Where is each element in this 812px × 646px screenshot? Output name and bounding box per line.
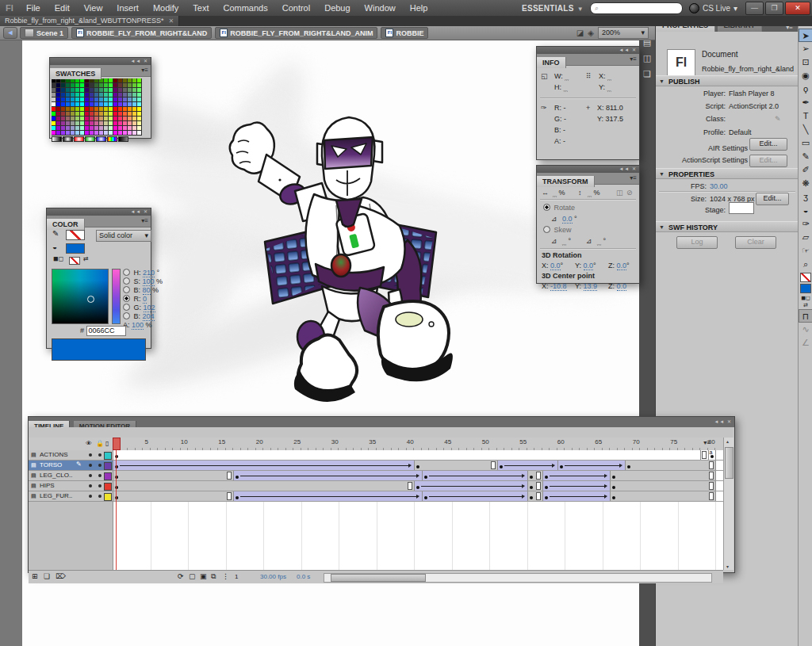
menu-help[interactable]: Help bbox=[403, 0, 435, 16]
c3d-x[interactable]: -10.8 bbox=[550, 282, 567, 291]
paint-bucket-tool[interactable]: ◒ bbox=[799, 204, 812, 217]
layer-lock-dot[interactable] bbox=[98, 484, 102, 487]
close-button[interactable]: ✕ bbox=[785, 2, 810, 15]
vertical-scroll-thumb[interactable] bbox=[725, 447, 733, 479]
menu-file[interactable]: File bbox=[19, 0, 48, 16]
layer-row-leg-fur-[interactable]: ▤LEG_FUR.. bbox=[29, 491, 113, 502]
panel-menu-icon[interactable]: ▾≡ bbox=[630, 55, 637, 63]
robot-character-artwork[interactable] bbox=[220, 107, 466, 408]
color-type-select[interactable]: Solid color▾ bbox=[96, 230, 151, 242]
tween-frame-span[interactable] bbox=[234, 491, 423, 501]
fill-color-icon[interactable]: ◒ bbox=[52, 243, 57, 251]
components-icon[interactable]: ❏ bbox=[641, 67, 653, 80]
menu-control[interactable]: Control bbox=[275, 0, 317, 16]
layer-visibility-dot[interactable] bbox=[89, 464, 92, 467]
text-tool[interactable]: T bbox=[799, 109, 812, 123]
panel-titlebar[interactable]: ◄◄ ✕ bbox=[50, 58, 151, 65]
color-field-value[interactable]: 210 bbox=[143, 269, 155, 277]
eraser-tool[interactable]: ▱ bbox=[799, 231, 812, 244]
registration-grid-icon[interactable]: ⠿ bbox=[586, 72, 592, 80]
motion-presets-icon[interactable]: ◫ bbox=[641, 52, 653, 64]
selection-tool[interactable]: ➤ bbox=[799, 29, 812, 42]
back-button[interactable]: ◄ bbox=[3, 27, 17, 39]
panel-menu-icon[interactable]: ▾≡ bbox=[141, 217, 148, 224]
close-tab-icon[interactable]: ✕ bbox=[168, 17, 174, 25]
gradient-swatch[interactable] bbox=[74, 136, 84, 142]
edit-symbol-icon[interactable]: ◈ bbox=[588, 29, 594, 37]
layer-row-actions[interactable]: ▤ACTIONS bbox=[29, 450, 113, 461]
layer-track[interactable]: a bbox=[113, 450, 724, 461]
hue-slider[interactable] bbox=[112, 269, 121, 324]
tween-frame-span[interactable] bbox=[423, 491, 528, 501]
color-field-radio[interactable] bbox=[123, 295, 130, 302]
rot3d-x[interactable]: 0.0 bbox=[550, 262, 561, 270]
hex-color-input[interactable]: 0066CC bbox=[86, 326, 126, 336]
layer-row-torso[interactable]: ▤TORSO✎ bbox=[29, 461, 113, 471]
horizontal-scrollbar[interactable] bbox=[324, 573, 712, 583]
stroke-color-swatch[interactable] bbox=[800, 273, 811, 282]
saturation-brightness-picker[interactable] bbox=[52, 269, 109, 324]
panel-menu-icon[interactable]: ▾≡ bbox=[141, 67, 148, 74]
scroll-up-icon[interactable]: ▴ bbox=[726, 438, 729, 444]
subselection-tool[interactable]: ➢ bbox=[799, 42, 812, 55]
swap-colors-icon[interactable]: ⇄ bbox=[83, 255, 89, 262]
static-frame-span[interactable] bbox=[113, 491, 234, 501]
zoom-level-select[interactable]: 200%▾ bbox=[598, 27, 649, 39]
clear-button[interactable]: Clear bbox=[735, 236, 776, 249]
horizontal-scroll-thumb[interactable] bbox=[331, 574, 426, 582]
layer-outline-color[interactable] bbox=[104, 462, 112, 470]
static-frame-span[interactable] bbox=[415, 461, 498, 470]
static-frame-span[interactable] bbox=[611, 481, 716, 491]
panel-titlebar[interactable]: ◄◄ ✕ bbox=[537, 47, 639, 54]
no-color-icon[interactable] bbox=[69, 257, 80, 265]
log-button[interactable]: Log bbox=[676, 236, 718, 249]
static-frame-span[interactable] bbox=[611, 471, 716, 480]
brush-tool[interactable]: ✐ bbox=[799, 163, 812, 177]
layer-visibility-dot[interactable] bbox=[89, 484, 92, 487]
layer-lock-dot[interactable] bbox=[98, 495, 102, 498]
panel-titlebar[interactable]: ◄◄ ✕ bbox=[537, 166, 639, 173]
class-edit-icon[interactable]: ✎ bbox=[775, 113, 781, 124]
panel-menu-icon[interactable]: ▾≡ bbox=[630, 174, 637, 182]
stroke-color-swatch[interactable] bbox=[66, 230, 85, 240]
layer-track[interactable] bbox=[113, 471, 724, 481]
constrain-icon[interactable]: ◫ bbox=[616, 189, 623, 197]
fill-color-swatch[interactable] bbox=[800, 284, 811, 293]
color-field-radio[interactable] bbox=[123, 304, 130, 311]
color-field-radio[interactable] bbox=[123, 286, 130, 293]
edit-multiple-frames-icon[interactable]: ⧉ bbox=[211, 572, 216, 581]
default-colors-icon[interactable]: ◼◻ bbox=[53, 255, 63, 262]
layer-track[interactable] bbox=[113, 461, 724, 471]
layer-visibility-dot[interactable] bbox=[89, 474, 92, 477]
fill-color-swatch[interactable] bbox=[66, 243, 85, 254]
center-frame-icon[interactable]: ⟳ bbox=[178, 572, 184, 580]
tween-frame-span[interactable] bbox=[415, 481, 528, 491]
playhead[interactable] bbox=[113, 438, 121, 450]
frames-area[interactable]: a bbox=[113, 450, 724, 502]
layer-outline-color[interactable] bbox=[104, 483, 112, 491]
rectangle-tool[interactable]: ▭ bbox=[799, 136, 812, 150]
layer-name[interactable]: LEG_CLO.. bbox=[40, 471, 86, 480]
menu-commands[interactable]: Commands bbox=[216, 0, 274, 16]
outline-all-layers-icon[interactable]: ▯ bbox=[105, 440, 109, 447]
color-field-value[interactable]: 204 bbox=[143, 312, 155, 321]
scroll-down-icon[interactable]: ▾ bbox=[726, 564, 729, 569]
color-field-radio[interactable] bbox=[123, 269, 130, 276]
straighten-option[interactable]: ∠ bbox=[799, 336, 812, 350]
frame-rate-indicator[interactable]: 30.00 fps bbox=[260, 573, 286, 580]
color-picker-marker[interactable] bbox=[87, 296, 94, 303]
layer-track[interactable] bbox=[113, 481, 724, 491]
swap-colors-icon[interactable]: ⇄ bbox=[803, 302, 808, 308]
color-field-value[interactable]: 102 bbox=[144, 304, 155, 312]
menu-edit[interactable]: Edit bbox=[48, 0, 77, 16]
tween-frame-span[interactable] bbox=[558, 461, 626, 470]
show-hide-all-layers-icon[interactable]: 👁 bbox=[86, 440, 92, 447]
layer-visibility-dot[interactable] bbox=[89, 453, 92, 457]
frames-empty-area[interactable] bbox=[113, 502, 724, 570]
tween-frame-span[interactable] bbox=[498, 461, 558, 470]
gradient-swatch[interactable] bbox=[63, 136, 73, 142]
smooth-option[interactable]: ∿ bbox=[799, 323, 812, 336]
color-field-radio[interactable] bbox=[123, 277, 130, 285]
lock-all-layers-icon[interactable]: 🔒 bbox=[96, 440, 104, 447]
layer-outline-color[interactable] bbox=[104, 472, 112, 480]
